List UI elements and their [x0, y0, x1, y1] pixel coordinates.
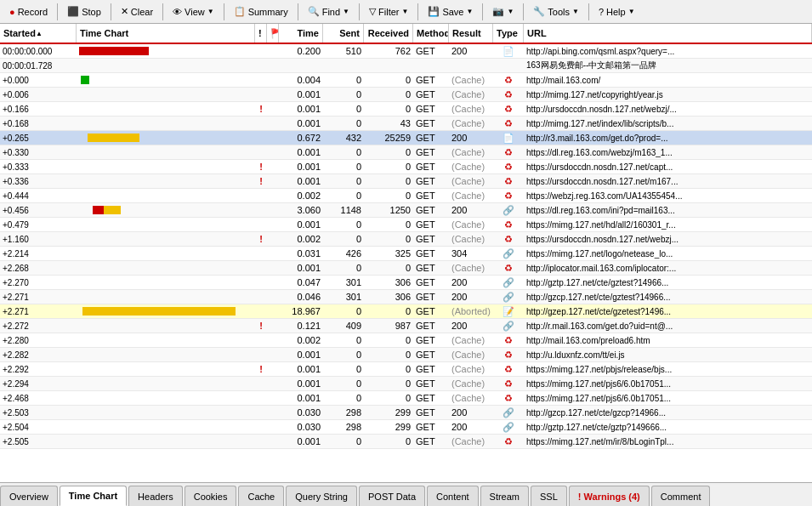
request-list[interactable]: 00:00:00.000 0.200 510 762 GET 200 📄 htt… — [0, 44, 812, 482]
tab--warnings-4[interactable]: ! Warnings (4) — [569, 486, 650, 506]
table-row[interactable]: +0.444 0.002 0 0 GET (Cache) ♻ https://w… — [0, 189, 812, 203]
tab-headers[interactable]: Headers — [128, 486, 183, 506]
cell-started: +2.268 — [0, 261, 77, 275]
content-area: 00:00:00.000 0.200 510 762 GET 200 📄 htt… — [0, 44, 812, 482]
col-type[interactable]: Type — [493, 24, 524, 43]
table-row[interactable]: +2.271 0.046 301 306 GET 200 🔗 http://gz… — [0, 290, 812, 304]
cell-received — [364, 59, 413, 72]
tools-icon: 🔧 — [533, 6, 545, 17]
cell-method: GET — [413, 203, 449, 217]
cell-time: 0.030 — [279, 420, 323, 434]
cell-type: 📄 — [493, 44, 524, 58]
clear-button[interactable]: ✕ Clear — [115, 3, 159, 21]
cell-received: 762 — [364, 44, 413, 58]
cell-method: GET — [413, 290, 449, 304]
col-time[interactable]: Time — [279, 24, 323, 43]
record-button[interactable]: ● Record — [3, 3, 54, 21]
cell-chart — [77, 333, 255, 347]
col-sent[interactable]: Sent — [323, 24, 364, 43]
tab-post-data[interactable]: POST Data — [359, 486, 425, 506]
tab-time-chart[interactable]: Time Chart — [60, 486, 127, 506]
tab-cache[interactable]: Cache — [238, 486, 284, 506]
table-row[interactable]: +0.168 0.001 0 43 GET (Cache) ♻ http://m… — [0, 117, 812, 131]
table-row[interactable]: +2.270 0.047 301 306 GET 200 🔗 http://gz… — [0, 276, 812, 290]
col-received[interactable]: Received — [364, 24, 413, 43]
toolbar-separator-4 — [224, 3, 224, 20]
cell-time: 0.001 — [279, 218, 323, 231]
col-result[interactable]: Result — [449, 24, 493, 43]
save-button[interactable]: 💾 Save ▼ — [422, 3, 479, 21]
table-row[interactable]: +2.214 0.031 426 325 GET 304 🔗 https://m… — [0, 247, 812, 261]
cell-type: ♻ — [493, 117, 524, 130]
stop-button[interactable]: ⬛ Stop — [61, 3, 107, 21]
table-row[interactable]: +2.294 0.001 0 0 GET (Cache) ♻ https://m… — [0, 377, 812, 391]
tab-content[interactable]: Content — [427, 486, 479, 506]
table-row[interactable]: +2.280 0.002 0 0 GET (Cache) ♻ http://ma… — [0, 333, 812, 348]
tab-comment[interactable]: Comment — [651, 486, 711, 506]
table-row[interactable]: +2.268 0.001 0 0 GET (Cache) ♻ http://ip… — [0, 261, 812, 276]
cell-method: GET — [413, 261, 449, 275]
summary-button[interactable]: 📋 Summary — [228, 3, 294, 21]
view-button[interactable]: 👁 View ▼ — [167, 3, 220, 21]
table-row[interactable]: +0.006 0.001 0 0 GET (Cache) ♻ http://mi… — [0, 88, 812, 102]
cell-received: 0 — [364, 218, 413, 231]
table-row[interactable]: +2.503 0.030 298 299 GET 200 🔗 http://gz… — [0, 406, 812, 420]
table-row[interactable]: +0.333 ! 0.001 0 0 GET (Cache) ♻ https:/… — [0, 160, 812, 174]
table-row[interactable]: 00:00:01.728 163网易免费邮--中文邮箱第一品牌 — [0, 59, 812, 73]
filter-button[interactable]: ▽ Filter ▼ — [363, 3, 414, 21]
cell-exclaim — [255, 290, 267, 304]
table-row[interactable]: +2.505 0.001 0 0 GET (Cache) ♻ https://m… — [0, 435, 812, 449]
cell-sent: 0 — [323, 391, 364, 405]
table-row[interactable]: +2.504 0.030 298 299 GET 200 🔗 http://gz… — [0, 420, 812, 435]
col-timechart[interactable]: Time Chart — [77, 24, 255, 43]
table-row[interactable]: +0.479 0.001 0 0 GET (Cache) ♻ https://m… — [0, 218, 812, 232]
cell-time: 0.001 — [279, 174, 323, 188]
tab-stream[interactable]: Stream — [480, 486, 529, 506]
table-row[interactable]: +1.160 ! 0.002 0 0 GET (Cache) ♻ https:/… — [0, 232, 812, 247]
table-row[interactable]: +0.456 3.060 1148 1250 GET 200 🔗 https:/… — [0, 203, 812, 218]
cell-chart — [77, 232, 255, 246]
table-row[interactable]: +2.272 ! 0.121 409 987 GET 200 🔗 http://… — [0, 319, 812, 333]
cell-started: +2.503 — [0, 406, 77, 419]
help-button[interactable]: ? Help ▼ — [593, 3, 641, 21]
col-started[interactable]: Started ▲ — [0, 24, 77, 43]
cell-chart — [77, 362, 255, 376]
cell-type: ♻ — [493, 160, 524, 173]
table-row[interactable]: +0.265 0.672 432 25259 GET 200 📄 http://… — [0, 131, 812, 145]
table-row[interactable]: +2.271 18.967 0 0 GET (Aborted) 📝 http:/… — [0, 304, 812, 319]
cell-flag — [267, 218, 279, 231]
tab-overview[interactable]: Overview — [0, 486, 58, 506]
cell-type: 📄 — [493, 131, 524, 145]
toolbar-separator-3 — [162, 3, 163, 20]
cell-chart — [77, 203, 255, 217]
cell-flag — [267, 406, 279, 419]
table-row[interactable]: +2.282 0.001 0 0 GET (Cache) ♻ http://u.… — [0, 348, 812, 362]
table-row[interactable]: +0.000 0.004 0 0 GET (Cache) ♻ http://ma… — [0, 73, 812, 88]
table-row[interactable]: +0.166 ! 0.001 0 0 GET (Cache) ♻ http://… — [0, 102, 812, 117]
cell-result: 200 — [449, 203, 493, 217]
cell-result: (Cache) — [449, 174, 493, 188]
cell-time: 0.001 — [279, 160, 323, 173]
cell-time: 0.001 — [279, 362, 323, 376]
cell-started: +2.272 — [0, 319, 77, 333]
table-row[interactable]: +2.468 0.001 0 0 GET (Cache) ♻ https://m… — [0, 391, 812, 406]
table-row[interactable]: +2.292 ! 0.001 0 0 GET (Cache) ♻ https:/… — [0, 362, 812, 377]
cell-method: GET — [413, 333, 449, 347]
tab-query-string[interactable]: Query String — [286, 486, 357, 506]
tools-button[interactable]: 🔧 Tools ▼ — [527, 3, 585, 21]
cell-type: ♻ — [493, 189, 524, 202]
col-url[interactable]: URL — [524, 24, 812, 43]
cell-received: 25259 — [364, 131, 413, 145]
tab-ssl[interactable]: SSL — [531, 486, 567, 506]
cell-time: 3.060 — [279, 203, 323, 217]
table-row[interactable]: 00:00:00.000 0.200 510 762 GET 200 📄 htt… — [0, 44, 812, 59]
cell-flag — [267, 145, 279, 159]
cell-exclaim: ! — [255, 174, 267, 188]
table-row[interactable]: +0.336 ! 0.001 0 0 GET (Cache) ♻ https:/… — [0, 174, 812, 189]
find-button[interactable]: 🔍 Find ▼ — [302, 3, 355, 21]
col-method[interactable]: Method — [413, 24, 449, 43]
cell-time: 0.001 — [279, 377, 323, 390]
table-row[interactable]: +0.330 0.001 0 0 GET (Cache) ♻ https://d… — [0, 145, 812, 160]
tab-cookies[interactable]: Cookies — [185, 486, 237, 506]
camera-button[interactable]: 📷 ▼ — [486, 3, 520, 21]
